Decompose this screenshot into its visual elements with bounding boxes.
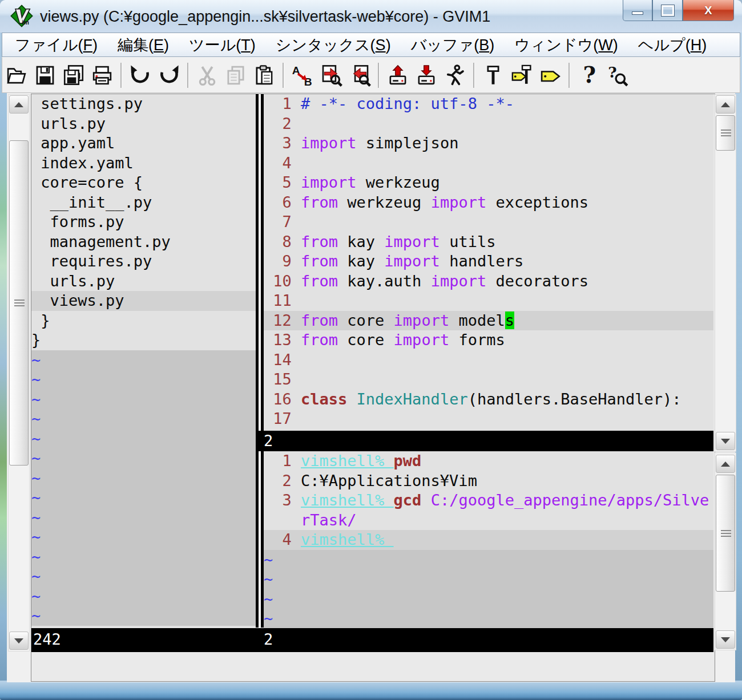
vimshell-window-scrollbar[interactable] — [715, 452, 736, 650]
menu-item-1[interactable]: 編集(E) — [110, 35, 176, 55]
close-button[interactable]: X — [683, 0, 734, 21]
empty-line[interactable]: ~ — [31, 448, 256, 468]
code-window-scrollbar[interactable] — [715, 94, 736, 452]
menu-item-6[interactable]: ヘルプ(H) — [631, 35, 714, 55]
empty-line[interactable]: ~ — [31, 390, 256, 410]
empty-line[interactable]: ~ — [264, 550, 713, 570]
code-line[interactable]: 2 — [264, 114, 713, 134]
save-all-button[interactable] — [59, 61, 88, 90]
file-list-item[interactable]: index.yaml — [31, 153, 256, 173]
file-list-item[interactable]: settings.py — [31, 94, 256, 114]
menu-item-5[interactable]: ウィンドウ(W) — [507, 35, 626, 55]
shell-line[interactable]: 1 vimshell% pwd — [264, 451, 713, 471]
help-button[interactable]: ? — [574, 61, 603, 90]
empty-line[interactable]: ~ — [31, 547, 256, 567]
code-line[interactable]: 15 — [264, 370, 713, 390]
menu-item-4[interactable]: バッファ(B) — [404, 35, 502, 55]
tag-jump-button[interactable] — [536, 61, 564, 90]
empty-line[interactable]: ~ — [31, 350, 256, 370]
find-help-button[interactable]: ? — [603, 61, 631, 90]
empty-line[interactable]: ~ — [31, 586, 256, 606]
run-script-button[interactable] — [441, 61, 469, 90]
code-line[interactable]: 10 from kay.auth import decorators — [264, 272, 713, 292]
session-load-button[interactable] — [384, 61, 412, 90]
file-list-item[interactable]: urls.py — [31, 272, 256, 292]
scroll-down-arrow-icon[interactable] — [716, 432, 735, 450]
find-next-button[interactable] — [317, 61, 345, 90]
build-tags-button[interactable] — [507, 61, 536, 90]
empty-line[interactable]: ~ — [31, 606, 256, 626]
vimshell-scrollbar-thumb[interactable] — [716, 475, 735, 592]
save-button[interactable] — [31, 61, 59, 90]
left-scrollbar[interactable] — [8, 94, 30, 652]
statusline-bottom[interactable]: 242 2 — [31, 628, 713, 652]
command-line[interactable] — [31, 652, 713, 680]
menu-item-3[interactable]: シンタックス(S) — [268, 35, 398, 55]
file-list-item[interactable]: management.py — [31, 232, 256, 252]
code-line[interactable]: 14 — [264, 350, 713, 370]
paste-button[interactable] — [250, 61, 279, 90]
code-line[interactable]: 7 — [264, 212, 713, 232]
file-list-item[interactable]: app.yaml — [31, 133, 256, 153]
file-list-item[interactable]: } — [31, 330, 256, 350]
empty-line[interactable]: ~ — [264, 589, 713, 609]
scroll-up-arrow-icon[interactable] — [716, 455, 735, 473]
code-line[interactable]: 8 from kay import utils — [264, 232, 713, 252]
undo-button[interactable] — [126, 61, 155, 90]
empty-line[interactable]: ~ — [31, 409, 256, 429]
scroll-down-arrow-icon[interactable] — [716, 630, 735, 649]
empty-line[interactable]: ~ — [264, 569, 713, 589]
shell-line[interactable]: 4 vimshell% — [264, 530, 713, 550]
project-file-list-pane[interactable]: settings.py urls.py app.yaml index.yaml … — [31, 94, 256, 628]
find-prev-button[interactable] — [345, 61, 374, 90]
vimshell-pane[interactable]: 1 vimshell% pwd 2 C:¥Applications¥Vim 3 … — [264, 451, 713, 628]
empty-line[interactable]: ~ — [31, 468, 256, 488]
print-button[interactable] — [88, 61, 116, 90]
statusline-code-window[interactable]: 2 — [256, 431, 713, 451]
empty-line[interactable]: ~ — [31, 488, 256, 508]
make-button[interactable] — [479, 61, 507, 90]
open-button[interactable] — [2, 61, 31, 90]
code-line[interactable]: 12 from core import models — [264, 311, 713, 331]
menu-item-0[interactable]: ファイル(F) — [7, 35, 105, 55]
scroll-down-arrow-icon[interactable] — [9, 632, 29, 650]
file-list-item[interactable]: core=core { — [31, 173, 256, 193]
file-list-item[interactable]: urls.py — [31, 114, 256, 134]
empty-line[interactable]: ~ — [31, 370, 256, 390]
code-line[interactable]: 17 — [264, 409, 713, 429]
shell-line[interactable]: 3 vimshell% gcd C:/google_appengine/apps… — [264, 491, 713, 511]
file-list-item[interactable]: views.py — [31, 291, 256, 311]
code-line[interactable]: 13 from core import forms — [264, 330, 713, 350]
shell-line[interactable]: rTask/ — [264, 511, 713, 531]
code-line[interactable]: 3 import simplejson — [264, 133, 713, 153]
code-line[interactable]: 6 from werkzeug import exceptions — [264, 193, 713, 213]
redo-button[interactable] — [155, 61, 183, 90]
replace-button[interactable]: AB — [288, 61, 317, 90]
code-line[interactable]: 9 from kay import handlers — [264, 252, 713, 272]
file-list-item[interactable]: __init__.py — [31, 193, 256, 213]
shell-line[interactable]: 2 C:¥Applications¥Vim — [264, 471, 713, 491]
minimize-button[interactable] — [623, 0, 652, 21]
empty-line[interactable]: ~ — [31, 508, 256, 528]
code-line[interactable]: 5 import werkzeug — [264, 173, 713, 193]
empty-line[interactable]: ~ — [31, 567, 256, 586]
left-scrollbar-thumb[interactable] — [9, 140, 29, 466]
window-vertical-separator[interactable] — [256, 94, 264, 628]
empty-line[interactable]: ~ — [31, 527, 256, 547]
code-editor-pane[interactable]: 1 # -*- coding: utf-8 -*- 2 3 import sim… — [264, 94, 713, 431]
scroll-up-arrow-icon[interactable] — [716, 95, 735, 114]
menu-item-2[interactable]: ツール(T) — [182, 35, 263, 55]
empty-line[interactable]: ~ — [264, 609, 713, 628]
code-line[interactable]: 1 # -*- coding: utf-8 -*- — [264, 94, 713, 114]
code-line[interactable]: 11 — [264, 291, 713, 311]
file-list-item[interactable]: forms.py — [31, 212, 256, 232]
file-list-item[interactable]: requires.py — [31, 252, 256, 272]
session-save-button[interactable] — [412, 61, 441, 90]
code-scrollbar-thumb[interactable] — [716, 115, 735, 151]
maximize-button[interactable] — [652, 0, 683, 21]
file-list-item[interactable]: } — [31, 311, 256, 331]
scroll-up-arrow-icon[interactable] — [9, 95, 29, 114]
code-line[interactable]: 16 class IndexHandler(handlers.BaseHandl… — [264, 390, 713, 410]
title-bar[interactable]: im views.py (C:¥google_appengin...sk¥sil… — [0, 0, 742, 33]
code-line[interactable]: 4 — [264, 153, 713, 173]
